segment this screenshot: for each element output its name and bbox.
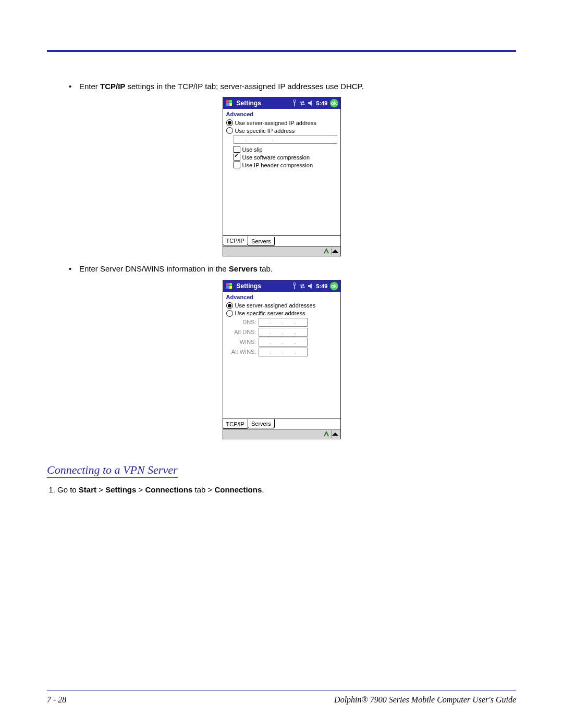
svg-rect-8 (226, 283, 229, 286)
label-dns: DNS: (226, 319, 259, 325)
checkbox-ip-header-compression[interactable]: Use IP header compression (234, 162, 337, 168)
bullet-tcpip: Enter TCP/IP settings in the TCP/IP tab;… (69, 81, 516, 92)
step-1: Go to Start > Settings > Connections tab… (57, 485, 516, 494)
radio-server-addresses[interactable]: Use server-assigned addresses (226, 302, 337, 309)
svg-marker-14 (308, 283, 312, 289)
advanced-heading: Advanced (226, 111, 337, 117)
clock: 5:49 (316, 283, 327, 289)
screenshot-servers: Settings 5:49 ok Advanced Use server-ass… (223, 280, 341, 439)
tab-servers[interactable]: Servers (248, 419, 275, 428)
clock: 5:49 (316, 100, 327, 106)
tab-tcpip[interactable]: TCP/IP (223, 420, 248, 429)
svg-rect-3 (229, 103, 232, 106)
svg-marker-6 (308, 101, 312, 106)
sip-bar (223, 246, 340, 256)
signal-icon[interactable] (292, 100, 297, 107)
label-wins: WINS: (226, 339, 259, 345)
radio-specific-server[interactable]: Use specific server address (226, 310, 337, 317)
page-number: 7 - 28 (47, 695, 66, 705)
tab-servers[interactable]: Servers (248, 237, 275, 246)
title-bar: Settings 5:49 ok (223, 280, 340, 292)
svg-marker-15 (332, 433, 338, 436)
keyboard-button[interactable] (322, 247, 339, 255)
footer-rule (47, 690, 516, 691)
checkbox-sw-compression[interactable]: Use software compression (234, 154, 337, 161)
advanced-heading: Advanced (226, 294, 337, 300)
input-altwins[interactable]: ... (259, 348, 308, 356)
ip-input[interactable]: ... (234, 135, 337, 144)
speaker-icon[interactable] (308, 100, 314, 106)
svg-rect-9 (229, 283, 232, 286)
book-title: Dolphin® 7900 Series Mobile Computer Use… (334, 695, 516, 705)
svg-rect-10 (226, 286, 229, 289)
label-altdns: Alt DNS: (226, 329, 259, 335)
signal-icon[interactable] (292, 282, 297, 290)
input-altdns[interactable]: ... (259, 328, 308, 337)
input-wins[interactable]: ... (259, 338, 308, 347)
bullet-servers: Enter Server DNS/WINS information in the… (69, 264, 516, 274)
svg-rect-1 (229, 100, 232, 103)
start-icon[interactable] (225, 282, 234, 290)
radio-specific-ip[interactable]: Use specific IP address (226, 127, 337, 134)
svg-rect-11 (229, 286, 232, 289)
svg-marker-7 (332, 250, 338, 253)
section-heading-vpn: Connecting to a VPN Server (47, 463, 178, 478)
label-altwins: Alt WINS: (226, 349, 259, 355)
checkbox-slip[interactable]: Use slip (234, 146, 337, 153)
ok-button[interactable]: ok (330, 99, 338, 107)
svg-rect-2 (226, 103, 229, 106)
title-bar: Settings 5:49 ok (223, 97, 340, 109)
title-text: Settings (237, 100, 292, 107)
tab-strip: TCP/IP Servers (223, 235, 340, 246)
title-text: Settings (237, 282, 292, 290)
tab-strip: TCP/IP Servers (223, 418, 340, 429)
keyboard-button[interactable] (322, 430, 339, 438)
connection-icon[interactable] (299, 101, 305, 106)
start-icon[interactable] (225, 99, 234, 107)
svg-rect-0 (226, 100, 229, 103)
sip-bar (223, 429, 340, 439)
tab-tcpip[interactable]: TCP/IP (223, 236, 248, 245)
input-dns[interactable]: ... (259, 318, 308, 327)
ok-button[interactable]: ok (330, 282, 338, 290)
screenshot-tcpip: Settings 5:49 ok Advanced Use server-ass… (223, 97, 341, 256)
top-rule (47, 50, 516, 52)
speaker-icon[interactable] (308, 283, 314, 289)
connection-icon[interactable] (299, 283, 305, 289)
radio-server-ip[interactable]: Use server-assigned IP address (226, 119, 337, 126)
